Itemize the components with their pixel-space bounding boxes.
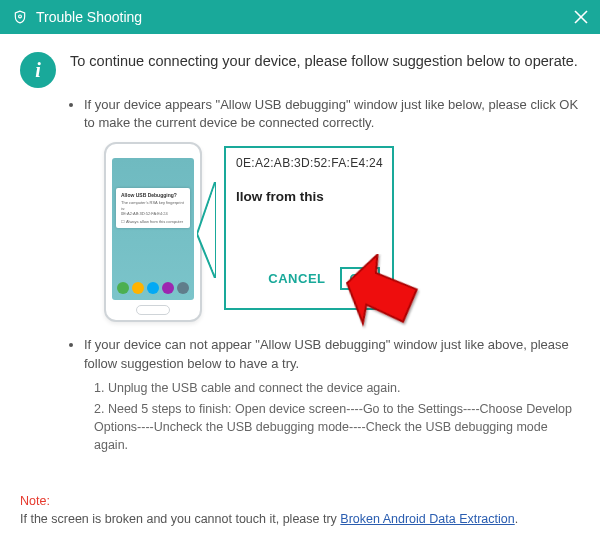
info-icon: i — [20, 52, 56, 88]
titlebar: Trouble Shooting — [0, 0, 600, 34]
phone-popup-title: Allow USB Debugging? — [121, 192, 185, 198]
note-suffix: . — [515, 512, 518, 526]
svg-point-0 — [19, 15, 22, 18]
bullet-2: If your device can not appear "Allow USB… — [84, 336, 580, 372]
note-section: Note: If the screen is broken and you ca… — [20, 493, 580, 528]
zoom-dialog: 0E:A2:AB:3D:52:FA:E4:24 llow from this C… — [224, 146, 394, 310]
phone-home-button — [136, 305, 170, 315]
ok-button[interactable]: OK — [340, 267, 381, 290]
bullet-1: If your device appears "Allow USB debugg… — [84, 96, 580, 132]
phone-dock-icon — [117, 282, 129, 294]
shield-icon — [12, 9, 28, 25]
window-title: Trouble Shooting — [36, 9, 142, 25]
phone-dock-icon — [177, 282, 189, 294]
broken-android-link[interactable]: Broken Android Data Extraction — [340, 512, 514, 526]
cancel-button[interactable]: CANCEL — [268, 271, 325, 286]
zoom-allow-text: llow from this — [236, 189, 382, 204]
note-label: Note: — [20, 494, 50, 508]
zoom-mac-address: 0E:A2:AB:3D:52:FA:E4:24 — [236, 156, 382, 171]
intro-text: To continue connecting your device, plea… — [70, 52, 578, 72]
phone-dock-icon — [162, 282, 174, 294]
phone-dock-icon — [132, 282, 144, 294]
phone-mockup: Allow USB Debugging? The computer's RSA … — [104, 142, 202, 322]
note-text: If the screen is broken and you cannot t… — [20, 512, 340, 526]
phone-dock-icon — [147, 282, 159, 294]
step-1: 1. Unplug the USB cable and connect the … — [94, 379, 580, 397]
phone-popup: Allow USB Debugging? The computer's RSA … — [116, 188, 190, 228]
step-2: 2. Need 5 steps to finish: Open device s… — [94, 400, 580, 454]
content-area: i To continue connecting your device, pl… — [0, 34, 600, 467]
close-icon[interactable] — [572, 8, 590, 26]
illustration: Allow USB Debugging? The computer's RSA … — [104, 142, 580, 322]
